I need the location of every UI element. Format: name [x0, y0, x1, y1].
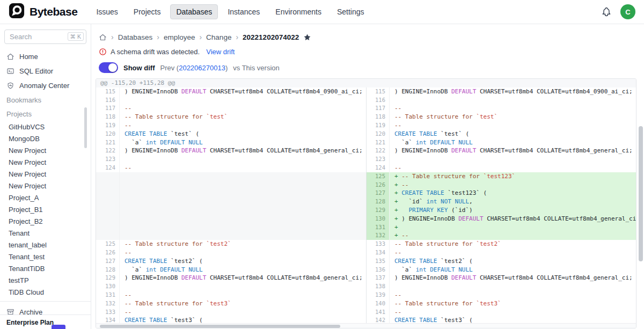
left-line-code: --: [120, 248, 366, 257]
toggle-knob: [108, 63, 117, 72]
nav-item-issues[interactable]: Issues: [90, 4, 123, 19]
sidebar-item-anomaly-center[interactable]: Anomaly Center: [0, 78, 91, 93]
right-line-code: -- Table structure for `test3`: [390, 299, 636, 308]
right-line-number: 129: [366, 206, 390, 215]
sidebar-section-projects[interactable]: Projects: [0, 107, 91, 121]
diff-line: 130138: [96, 282, 636, 291]
right-line-number: 125: [366, 172, 390, 181]
right-line-number: 139: [366, 291, 390, 299]
menu-label: SQL Editor: [19, 67, 53, 75]
right-line-code: + --: [390, 181, 636, 189]
nav-item-settings[interactable]: Settings: [331, 4, 370, 19]
right-line-code: +: [390, 223, 636, 232]
page-vertical-scrollbar-thumb[interactable]: [639, 126, 643, 261]
project-item-project-b1[interactable]: Project_B1: [0, 203, 91, 215]
breadcrumb-item-employee[interactable]: employee: [164, 33, 195, 41]
left-line-code: [120, 155, 366, 164]
right-line-number: 118: [366, 113, 390, 121]
breadcrumb-item-databases[interactable]: Databases: [118, 33, 153, 41]
right-line-code: --: [390, 104, 636, 113]
project-item-new-project[interactable]: New Project: [0, 156, 91, 168]
nav-item-databases[interactable]: Databases: [170, 4, 218, 19]
left-line-number: 118: [96, 113, 120, 121]
nav-item-environments[interactable]: Environments: [269, 4, 327, 19]
sidebar-scrollbar[interactable]: [84, 107, 87, 148]
show-diff-label: Show diff: [123, 64, 155, 72]
left-line-number: 121: [96, 138, 120, 147]
bookmark-star-icon[interactable]: [303, 33, 311, 41]
project-item-tenant[interactable]: Tenant: [0, 227, 91, 239]
sidebar-section-bookmarks[interactable]: Bookmarks: [0, 93, 91, 107]
prev-version-text: Prev (202206270013): [160, 64, 228, 72]
main-content: › Databases›employee›Change› 20221202074…: [91, 24, 644, 329]
diff-line: 125+ -- Table structure for `test123`: [96, 172, 636, 181]
view-drift-link[interactable]: View drift: [206, 48, 235, 56]
diff-line: 119--119--: [96, 121, 636, 130]
vs-version-text: vs This version: [233, 64, 279, 72]
breadcrumb: › Databases›employee›Change› 20221202074…: [91, 24, 644, 42]
project-item-new-project[interactable]: New Project: [0, 168, 91, 180]
diff-line: 121 `a` int DEFAULT NULL121 `a` int DEFA…: [96, 138, 636, 147]
left-line-number: [96, 198, 120, 206]
left-line-code: -- Table structure for `test2`: [120, 240, 366, 248]
right-line-number: 126: [366, 181, 390, 189]
sidebar-item-sql-editor[interactable]: SQL Editor: [0, 64, 91, 78]
diff-line: 116116: [96, 96, 636, 105]
left-line-number: 126: [96, 248, 120, 257]
project-item-new-project[interactable]: New Project: [0, 144, 91, 156]
right-line-number: 127: [366, 189, 390, 198]
diff-line: 122) ENGINE=InnoDB DEFAULT CHARSET=utf8m…: [96, 147, 636, 155]
project-item-githubvcs[interactable]: GitHubVCS: [0, 121, 91, 133]
right-line-number: 130: [366, 215, 390, 223]
prev-version-link[interactable]: 202206270013: [179, 64, 225, 72]
sidebar-item-archive[interactable]: Archive: [0, 305, 91, 319]
plan-badge[interactable]: [52, 325, 65, 329]
left-line-code: ) ENGINE=InnoDB DEFAULT CHARSET=utf8mb4 …: [120, 87, 366, 96]
breadcrumb-separator: ›: [199, 33, 202, 41]
project-item-tenanttidb[interactable]: TenantTiDB: [0, 262, 91, 274]
project-item-project-b2[interactable]: Project_B2: [0, 215, 91, 227]
notification-bell-icon[interactable]: [601, 6, 612, 17]
diff-horizontal-scrollbar-track[interactable]: [96, 323, 636, 328]
right-line-code: `a` int DEFAULT NULL: [390, 138, 636, 147]
left-line-code: [120, 215, 366, 223]
project-item-tidb-cloud[interactable]: TiDB Cloud: [0, 286, 91, 298]
left-line-code: [120, 96, 366, 105]
breadcrumb-separator: ›: [236, 33, 238, 41]
right-line-number: 132: [366, 231, 390, 240]
right-line-number: 134: [366, 248, 390, 257]
bytebase-logo[interactable]: Bytebase: [9, 3, 77, 21]
nav-item-projects[interactable]: Projects: [128, 4, 167, 19]
diff-line: 129+ PRIMARY KEY (`id`): [96, 206, 636, 215]
breadcrumb-item-change[interactable]: Change: [206, 33, 231, 41]
left-line-code: [120, 206, 366, 215]
right-line-number: 117: [366, 104, 390, 113]
show-diff-toggle[interactable]: [99, 62, 118, 73]
right-line-number: 120: [366, 130, 390, 138]
project-item-project-a[interactable]: Project_A: [0, 192, 91, 203]
right-line-code: --: [390, 164, 636, 172]
hunk-header: @@ -115,20 +115,28 @@: [96, 79, 636, 87]
project-item-mongodb[interactable]: MongoDB: [0, 133, 91, 144]
right-line-number: 133: [366, 240, 390, 248]
project-item-new-project[interactable]: New Project: [0, 180, 91, 192]
project-item-testtp[interactable]: testTP: [0, 274, 91, 286]
right-line-number: 141: [366, 308, 390, 317]
home-icon: [6, 53, 14, 61]
project-item-tenant-test[interactable]: Tenant_test: [0, 251, 91, 262]
left-line-number: 122: [96, 147, 120, 155]
sidebar-item-home[interactable]: Home: [0, 49, 91, 64]
left-line-code: CREATE TABLE `test` (: [120, 130, 366, 138]
left-line-code: [120, 189, 366, 198]
nav-item-instances[interactable]: Instances: [222, 4, 266, 19]
project-item-tenant-label[interactable]: tenant_label: [0, 239, 91, 251]
user-avatar[interactable]: C: [620, 4, 635, 19]
plan-divider: [0, 315, 91, 315]
right-line-number: 123: [366, 155, 390, 164]
diff-line: 126+ --: [96, 181, 636, 189]
right-line-code: + --: [390, 231, 636, 240]
left-line-number: 130: [96, 282, 120, 291]
home-icon[interactable]: [99, 33, 107, 41]
left-line-code: -- Table structure for `test`: [120, 113, 366, 121]
diff-horizontal-scrollbar-thumb[interactable]: [100, 325, 340, 328]
